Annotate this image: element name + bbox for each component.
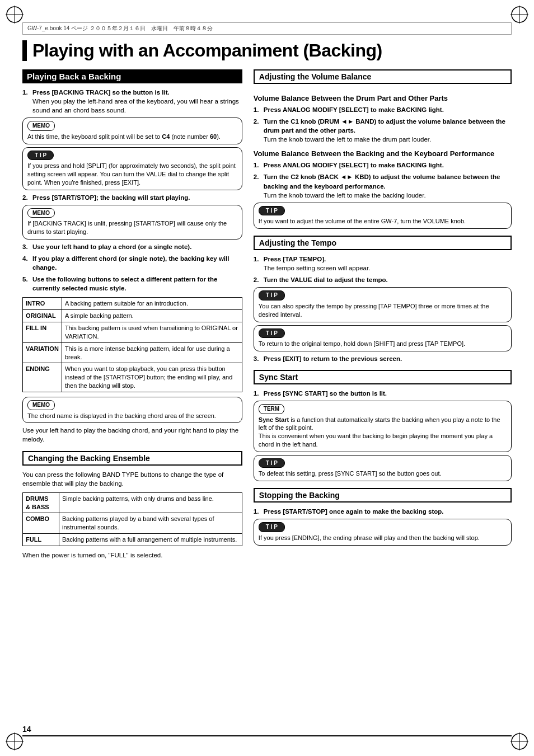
reg-mark-tl [4, 4, 25, 25]
subsection-drum-balance: Volume Balance Between the Drum Part and… [254, 94, 512, 102]
vol-step-2: 2. Turn the C1 knob (DRUM ◄► BAND) to ad… [254, 117, 512, 144]
tip-label-sync: T I P [259, 458, 285, 468]
ensemble-table-col2: Simple backing patterns, with only drums… [59, 492, 242, 513]
header-text: GW-7_e.book 14 ページ ２００５年２月１６日 水曜日 午前８時４８… [27, 25, 213, 31]
section-title-tempo: Adjusting the Tempo [254, 236, 512, 250]
vol2-step-2-normal: Turn the knob toward the left to make th… [264, 192, 426, 199]
ensemble-intro: You can press the following BAND TYPE bu… [22, 470, 242, 488]
pattern-table-col2: When you want to stop playback, you can … [62, 363, 242, 392]
ensemble-table: DRUMS & BASSSimple backing patterns, wit… [22, 492, 242, 546]
term-label-sync: TERM [259, 404, 284, 414]
memo-box-2: MEMO If [BACKING TRACK] is unlit, pressi… [22, 205, 242, 240]
vol-step-2-bold: Turn the C1 knob (DRUM ◄► BAND) to adjus… [264, 118, 505, 134]
stop-step-1: 1. Press [START/STOP] once again to make… [254, 507, 512, 516]
tip-tempo1-text: You can also specify the tempo by pressi… [259, 303, 489, 318]
sync-step-1: 1. Press [SYNC START] so the button is l… [254, 389, 512, 398]
memo-label-1: MEMO [27, 121, 55, 131]
tempo-step-3: 3. Press [EXIT] to return to the previou… [254, 354, 512, 363]
subsection-keyboard-balance: Volume Balance Between the Backing and t… [254, 149, 512, 158]
vol2-step-1-text: Press ANALOG MODIFY [SELECT] to make BAC… [264, 162, 444, 168]
vol2-step-2: 2. Turn the C2 knob (BACK ◄► KBD) to adj… [254, 172, 512, 199]
reg-mark-bl [4, 731, 25, 752]
header-bar: GW-7_e.book 14 ページ ２００５年２月１６日 水曜日 午前８時４８… [22, 22, 512, 35]
page-title: Playing with an Accompaniment (Backing) [32, 40, 512, 61]
pattern-table-col1: ORIGINAL [23, 310, 62, 322]
tip-tempo2-text: To return to the original tempo, hold do… [259, 340, 465, 347]
term-text-sync: Sync Start is a function that automatica… [259, 416, 500, 448]
pattern-table-col2: This is a more intense backing pattern, … [62, 342, 242, 363]
step-1: 1. Press [BACKING TRACK] so the button i… [22, 88, 242, 115]
pattern-table: INTROA backing pattern suitable for an i… [22, 297, 242, 392]
section-title-ensemble: Changing the Backing Ensemble [22, 451, 242, 466]
right-column: Adjusting the Volume Balance Volume Bala… [254, 69, 512, 566]
tip-label-tempo1: T I P [259, 290, 285, 300]
vol2-step-1: 1. Press ANALOG MODIFY [SELECT] to make … [254, 161, 512, 170]
tip-box-tempo1: T I P You can also specify the tempo by … [254, 287, 512, 322]
main-content: Playing Back a Backing 1. Press [BACKING… [22, 69, 512, 566]
ensemble-table-col1: FULL [23, 534, 59, 546]
memo-box-3: MEMO The chord name is displayed in the … [22, 397, 242, 423]
backing-para-1: Use your left hand to play the backing c… [22, 426, 242, 444]
memo-label-2: MEMO [27, 208, 55, 218]
bottom-line [22, 735, 512, 736]
tip-box-tempo2: T I P To return to the original tempo, h… [254, 325, 512, 351]
ensemble-table-col1: COMBO [23, 513, 59, 534]
memo-box-1: MEMO At this time, the keyboard split po… [22, 118, 242, 144]
memo-text-1: At this time, the keyboard split point w… [27, 133, 221, 140]
step-2: 2. Press [START/STOP]; the backing will … [22, 193, 242, 202]
pattern-table-col2: A simple backing pattern. [62, 310, 242, 322]
tip-box-sync: T I P To defeat this setting, press [SYN… [254, 455, 512, 481]
tempo-step-2: 2. Turn the VALUE dial to adjust the tem… [254, 275, 512, 284]
term-box-sync: TERM Sync Start is a function that autom… [254, 401, 512, 452]
section-stopping: Stopping the Backing 1. Press [START/STO… [254, 488, 512, 545]
ensemble-table-col2: Backing patterns with a full arrangement… [59, 534, 242, 546]
ensemble-table-col2: Backing patterns played by a band with s… [59, 513, 242, 534]
tip-sync-text: To defeat this setting, press [SYNC STAR… [259, 470, 442, 477]
tip-vol-text: If you want to adjust the volume of the … [259, 218, 466, 224]
section-backing-ensemble: Changing the Backing Ensemble You can pr… [22, 451, 242, 560]
vol-step-1: 1. Press ANALOG MODIFY [SELECT] to make … [254, 105, 512, 114]
section-sync-start: Sync Start 1. Press [SYNC START] so the … [254, 370, 512, 481]
section-tempo: Adjusting the Tempo 1. Press [TAP TEMPO]… [254, 236, 512, 363]
pattern-table-col1: INTRO [23, 298, 62, 310]
section-playing-back: Playing Back a Backing 1. Press [BACKING… [22, 69, 242, 444]
tempo-step-1: 1. Press [TAP TEMPO]. The tempo setting … [254, 255, 512, 273]
left-column: Playing Back a Backing 1. Press [BACKING… [22, 69, 242, 566]
tip-label-1: T I P [27, 151, 54, 161]
section-title-sync: Sync Start [254, 370, 512, 384]
pattern-table-col1: VARIATION [23, 342, 62, 363]
step-3: 3. Use your left hand to play a chord (o… [22, 242, 242, 251]
section-title-stopping: Stopping the Backing [254, 488, 512, 503]
vol2-step-2-bold: Turn the C2 knob (BACK ◄► KBD) to adjust… [264, 173, 500, 189]
memo-text-3: The chord name is displayed in the backi… [27, 412, 216, 419]
page-number: 14 [22, 725, 31, 734]
tip-box-1: T I P If you press and hold [SPLIT] (for… [22, 147, 242, 190]
tip-box-vol: T I P If you want to adjust the volume o… [254, 203, 512, 229]
section-volume-balance: Adjusting the Volume Balance Volume Bala… [254, 69, 512, 229]
pattern-table-col1: FILL IN [23, 322, 62, 343]
tip-label-stop: T I P [259, 522, 285, 532]
ensemble-table-col1: DRUMS & BASS [23, 492, 59, 513]
memo-text-2: If [BACKING TRACK] is unlit, pressing [S… [27, 220, 227, 235]
tip-label-tempo2: T I P [259, 328, 285, 339]
reg-mark-tr [509, 4, 530, 25]
vol-step-2-normal: Turn the knob toward the left to make th… [264, 136, 431, 143]
page-title-block: Playing with an Accompaniment (Backing) [22, 40, 512, 61]
tip-stop-text: If you press [ENDING], the ending phrase… [259, 534, 480, 541]
tip-box-stop: T I P If you press [ENDING], the ending … [254, 519, 512, 545]
section-title-playing-back: Playing Back a Backing [22, 69, 242, 83]
vol-step-1-text: Press ANALOG MODIFY [SELECT] to make BAC… [264, 106, 444, 113]
step-4: 4. If you play a different chord (or sin… [22, 254, 242, 272]
memo-label-3: MEMO [27, 400, 55, 410]
reg-mark-br [509, 731, 530, 752]
pattern-table-col1: ENDING [23, 363, 62, 392]
section-title-volume: Adjusting the Volume Balance [254, 69, 512, 84]
tip-label-vol: T I P [259, 206, 285, 216]
pattern-table-col2: A backing pattern suitable for an introd… [62, 298, 242, 310]
tip-text-1: If you press and hold [SPLIT] (for appro… [27, 162, 236, 186]
pattern-table-col2: This backing pattern is used when transi… [62, 322, 242, 343]
ensemble-para-1: When the power is turned on, "FULL" is s… [22, 551, 242, 560]
step-5: 5. Use the following buttons to select a… [22, 275, 242, 293]
